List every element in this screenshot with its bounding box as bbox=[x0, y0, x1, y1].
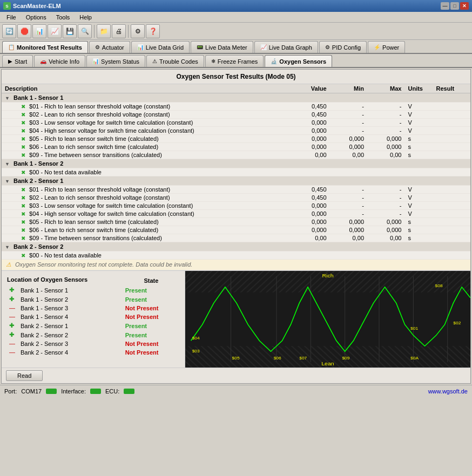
row-value: 0,000 bbox=[283, 119, 330, 127]
row-icon: ✖ bbox=[21, 104, 25, 110]
menu-file[interactable]: File bbox=[2, 13, 21, 22]
menu-options[interactable]: Options bbox=[22, 13, 51, 22]
svg-text:$08: $08 bbox=[435, 283, 443, 288]
col-max: Max bbox=[367, 84, 404, 93]
sensor-state-b1s2: Present bbox=[123, 295, 179, 303]
svg-text:Lean: Lean bbox=[321, 361, 334, 366]
toolbar-btn-4[interactable]: 📈 bbox=[48, 24, 62, 38]
tab-live-meter-icon: 📟 bbox=[197, 44, 203, 50]
maximize-button[interactable]: □ bbox=[450, 2, 459, 10]
sensor-state-b1s4: Not Present bbox=[123, 313, 179, 321]
svg-text:$05: $05 bbox=[232, 356, 240, 361]
toolbar-btn-8[interactable]: 🖨 bbox=[112, 24, 126, 38]
toolbar-btn-2[interactable]: 🛑 bbox=[17, 24, 31, 38]
tab-power[interactable]: ⚡ Power bbox=[368, 41, 405, 53]
row-icon: ✖ bbox=[21, 144, 25, 150]
svg-text:$07: $07 bbox=[299, 356, 307, 361]
row-description: ✖ $01 - Rich to lean sensor threshold vo… bbox=[2, 186, 283, 194]
row-value: 0,000 bbox=[283, 135, 330, 143]
toolbar-btn-5[interactable]: 💾 bbox=[63, 24, 77, 38]
tab-system-label: System Status bbox=[101, 58, 139, 65]
sensor-state-b2s4: Not Present bbox=[123, 349, 179, 356]
tab-trouble-label: Trouble Codes bbox=[159, 58, 198, 65]
tab-start[interactable]: ▶ Start bbox=[2, 55, 33, 67]
row-icon: ✖ bbox=[21, 120, 25, 126]
row-units: s bbox=[404, 234, 433, 242]
sensor-name-b1s2: Bank 1 - Sensor 2 bbox=[18, 295, 122, 303]
section-title: Oxygen Sensor Test Results (Mode 05) bbox=[2, 70, 470, 84]
row-units: V bbox=[404, 111, 433, 119]
tab-freeze-frames[interactable]: ❄ Freeze Frames bbox=[205, 55, 264, 67]
row-units: V bbox=[404, 186, 433, 194]
row-icon: ✖ bbox=[21, 112, 25, 118]
read-button[interactable]: Read bbox=[6, 370, 43, 381]
results-table: Description Value Min Max Units Result ▼… bbox=[2, 84, 470, 270]
menu-tools[interactable]: Tools bbox=[52, 13, 75, 22]
row-description: ✖ $02 - Lean to rich sensor threshold vo… bbox=[2, 194, 283, 202]
tab-live-graph[interactable]: 📈 Live Data Graph bbox=[254, 41, 318, 53]
row-icon: ✖ bbox=[21, 219, 25, 225]
toolbar-btn-1[interactable]: 🔄 bbox=[2, 24, 16, 38]
toolbar-btn-9[interactable]: ⚙ bbox=[131, 24, 145, 38]
tab-system-status[interactable]: 📊 System Status bbox=[86, 55, 145, 67]
sensor-state-b1s1: Present bbox=[123, 286, 179, 294]
row-icon: ✖ bbox=[21, 227, 25, 233]
menu-bar: File Options Tools Help bbox=[0, 12, 472, 23]
row-min: 0,000 bbox=[330, 226, 367, 234]
sensor-row: — Bank 2 - Sensor 3 Not Present bbox=[7, 340, 179, 348]
row-description: ✖ $09 - Time between sensor transitions … bbox=[2, 234, 283, 242]
toolbar-btn-6[interactable]: 🔍 bbox=[78, 24, 92, 38]
website-link[interactable]: www.wgsoft.de bbox=[428, 388, 468, 395]
row-min: - bbox=[330, 103, 367, 111]
row-units: V bbox=[404, 210, 433, 218]
expand-icon[interactable]: ▼ bbox=[5, 179, 10, 184]
row-value: 0,450 bbox=[283, 194, 330, 202]
row-max: - bbox=[367, 202, 404, 210]
row-value: 0,000 bbox=[283, 218, 330, 226]
table-row: ✖ $00 - No test data available bbox=[2, 251, 470, 260]
tab-oxygen-sensors[interactable]: 🔬 Oxygen Sensors bbox=[265, 55, 332, 67]
table-row: ✖ $09 - Time between sensor transitions … bbox=[2, 151, 470, 159]
col-min: Min bbox=[330, 84, 367, 93]
tab-power-label: Power bbox=[382, 44, 399, 51]
warning-icon: ⚠ bbox=[6, 261, 11, 268]
sensor-state-b1s3: Not Present bbox=[123, 304, 179, 312]
row-value: 0,450 bbox=[283, 111, 330, 119]
group-name: Bank 2 - Sensor 1 bbox=[14, 178, 63, 184]
minimize-button[interactable]: — bbox=[441, 2, 449, 10]
results-table-container[interactable]: Description Value Min Max Units Result ▼… bbox=[2, 84, 470, 270]
table-row: ✖ $02 - Lean to rich sensor threshold vo… bbox=[2, 111, 470, 119]
row-value: 0,000 bbox=[283, 143, 330, 151]
row-description: ✖ $00 - No test data available bbox=[2, 168, 283, 176]
row-units: V bbox=[404, 194, 433, 202]
tab-actuator[interactable]: ⚙ Actuator bbox=[89, 41, 130, 53]
tab-power-icon: ⚡ bbox=[374, 44, 380, 50]
group-name: Bank 1 - Sensor 1 bbox=[14, 94, 63, 101]
toolbar-btn-7[interactable]: 📁 bbox=[97, 24, 111, 38]
sensor-state-b2s1: Present bbox=[123, 322, 179, 330]
row-description: ✖ $01 - Rich to lean sensor threshold vo… bbox=[2, 103, 283, 111]
tab-monitored-results[interactable]: 📋 Monitored Test Results bbox=[2, 41, 88, 53]
sensor-name-b1s4: Bank 1 - Sensor 4 bbox=[18, 313, 122, 321]
sensor-icon-b2s1: ✚ bbox=[7, 322, 17, 330]
row-max: - bbox=[367, 111, 404, 119]
menu-help[interactable]: Help bbox=[75, 13, 96, 22]
close-button[interactable]: ✕ bbox=[460, 2, 469, 10]
tab-vehicle-info[interactable]: 🚗 Vehicle Info bbox=[34, 55, 85, 67]
row-value: 0,00 bbox=[283, 234, 330, 242]
expand-icon[interactable]: ▼ bbox=[5, 161, 10, 167]
tab-pid-config[interactable]: ⚙ PID Config bbox=[319, 41, 367, 53]
expand-icon[interactable]: ▼ bbox=[5, 244, 10, 250]
row-max: - bbox=[367, 210, 404, 218]
row-description: ✖ $06 - Lean to rich sensor switch time … bbox=[2, 143, 283, 151]
tab-live-meter[interactable]: 📟 Live Data Meter bbox=[191, 41, 253, 53]
sensor-name-b2s3: Bank 2 - Sensor 3 bbox=[18, 340, 122, 348]
toolbar-btn-10[interactable]: ❓ bbox=[146, 24, 160, 38]
toolbar-btn-3[interactable]: 📊 bbox=[32, 24, 46, 38]
tab-trouble-codes[interactable]: ⚠ Trouble Codes bbox=[146, 55, 204, 67]
expand-icon[interactable]: ▼ bbox=[5, 96, 10, 101]
col-units: Units bbox=[404, 84, 433, 93]
toolbar-separator-2 bbox=[128, 25, 129, 38]
svg-text:$06: $06 bbox=[274, 356, 282, 361]
tab-live-grid[interactable]: 📊 Live Data Grid bbox=[131, 41, 190, 53]
